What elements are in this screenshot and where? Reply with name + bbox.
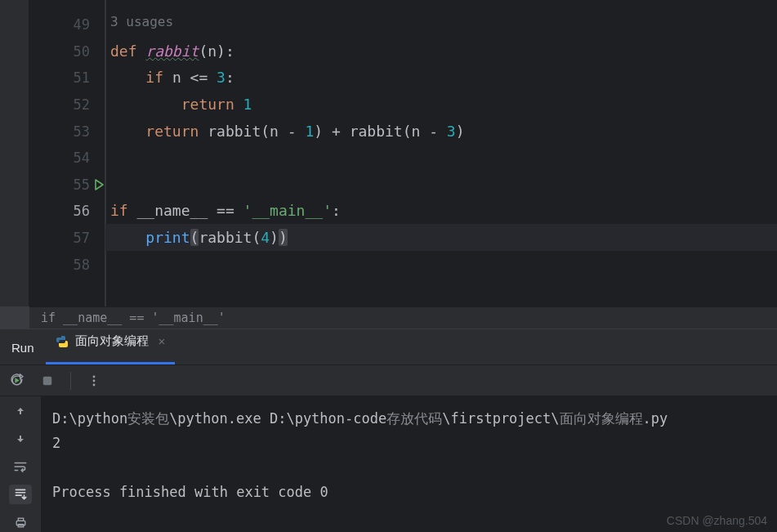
line-54[interactable]: 54 <box>29 145 105 172</box>
run-header: Run 面向对象编程 × <box>0 329 777 365</box>
rerun-icon[interactable] <box>8 373 25 389</box>
svg-point-2 <box>93 379 96 382</box>
code-line-57[interactable] <box>105 251 777 278</box>
run-tab[interactable]: 面向对象编程 × <box>46 329 176 364</box>
close-tab-icon[interactable]: × <box>159 334 166 348</box>
scroll-to-end-icon[interactable] <box>9 485 32 504</box>
editor-pane: 49 50 51 52 53 54 55 56 57 58 3 usages d… <box>0 0 777 306</box>
breadcrumb-bar[interactable]: if __name__ == '__main__' <box>0 306 777 329</box>
code-area[interactable]: 3 usages def rabbit(n): if n <= 3: retur… <box>105 0 777 306</box>
usages-hint[interactable]: 3 usages <box>110 11 173 31</box>
down-stack-icon[interactable] <box>9 429 32 449</box>
line-57[interactable]: 57 <box>29 225 105 252</box>
breadcrumb-text[interactable]: if __name__ == '__main__' <box>41 311 226 325</box>
code-line-56[interactable]: print(rabbit(4)) <box>105 224 777 251</box>
line-51[interactable]: 51 <box>29 65 105 92</box>
run-toolbar <box>0 365 777 396</box>
code-line-53[interactable] <box>105 144 777 171</box>
left-tool-strip <box>0 0 29 306</box>
program-output: 2 <box>52 435 60 451</box>
watermark: CSDN @zhang.504 <box>667 514 767 527</box>
run-line-icon[interactable] <box>92 178 105 191</box>
soft-wrap-icon[interactable] <box>9 457 32 476</box>
code-line-49[interactable]: def rabbit(n): <box>105 38 777 65</box>
console-output[interactable]: D:\python安装包\python.exe D:\python-code存放… <box>41 396 777 532</box>
line-50[interactable]: 50 <box>29 38 105 65</box>
more-icon[interactable] <box>86 373 102 389</box>
code-line-54[interactable] <box>105 171 777 198</box>
line-number-gutter: 49 50 51 52 53 54 55 56 57 58 <box>29 0 105 306</box>
line-53[interactable]: 53 <box>29 118 105 145</box>
code-line-58[interactable] <box>105 277 777 304</box>
stop-icon[interactable] <box>39 373 56 389</box>
code-line-52[interactable]: return rabbit(n - 1) + rabbit(n - 3) <box>105 118 777 145</box>
svg-rect-5 <box>18 518 23 521</box>
line-58[interactable]: 58 <box>29 251 105 278</box>
svg-point-3 <box>93 383 96 386</box>
line-55[interactable]: 55 <box>29 172 105 199</box>
console-side-toolbar <box>0 396 41 532</box>
line-56[interactable]: 56 <box>29 198 105 225</box>
exit-message: Process finished with exit code 0 <box>52 484 328 500</box>
python-file-icon <box>56 335 69 348</box>
drag-handle[interactable] <box>0 306 29 329</box>
run-tab-name: 面向对象编程 <box>75 333 149 349</box>
up-stack-icon[interactable] <box>9 401 32 421</box>
line-52[interactable]: 52 <box>29 92 105 118</box>
code-line-50[interactable]: if n <= 3: <box>105 65 777 92</box>
code-line-55[interactable]: if __name__ == '__main__': <box>105 198 777 225</box>
svg-point-1 <box>93 375 96 378</box>
print-icon[interactable] <box>9 512 32 532</box>
svg-rect-0 <box>43 376 52 385</box>
run-label[interactable]: Run <box>0 341 46 364</box>
line-49[interactable]: 49 <box>29 11 105 38</box>
toolbar-divider <box>70 372 71 390</box>
code-line-51[interactable]: return 1 <box>105 91 777 118</box>
